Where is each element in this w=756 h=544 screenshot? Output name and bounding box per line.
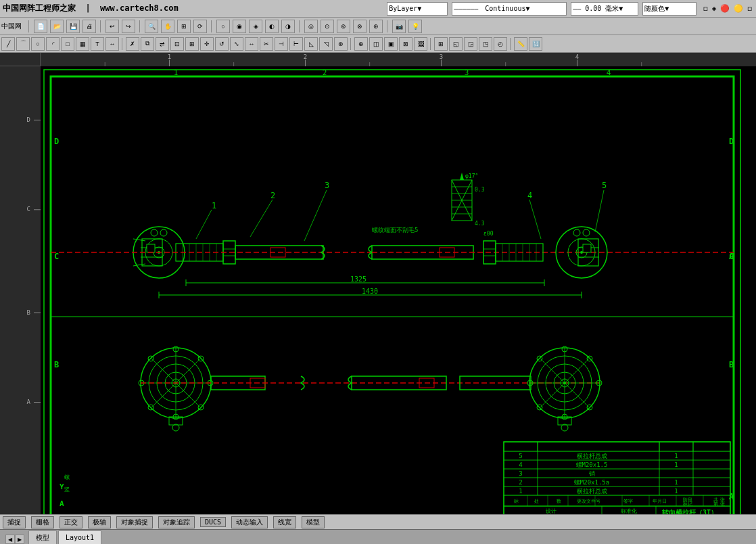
explode-btn[interactable]: ⊛ [334,37,348,51]
sheetset-btn[interactable]: ◴ [494,37,507,51]
hatch-btn[interactable]: ▦ [76,37,89,51]
stretch-btn[interactable]: ↔ [245,37,258,51]
logo-text: 中国网 [1,22,22,31]
new-btn[interactable]: 📄 [34,20,47,33]
svg-text:3: 3 [519,470,522,477]
svg-rect-14 [0,66,41,514]
model-indicator[interactable]: 模型 [302,516,325,528]
mirror-btn[interactable]: ⇌ [156,37,169,51]
layer-mgr-btn[interactable]: ◱ [449,37,463,51]
shademode-btn[interactable]: ◈ [249,20,262,33]
tab-model[interactable]: 模型 [28,530,57,544]
scene-btn[interactable]: ⊛ [369,20,383,33]
regen-btn[interactable]: ⟳ [193,20,207,33]
circle-btn[interactable]: ○ [31,37,45,51]
icon-4[interactable]: 🟡 [732,4,745,13]
zoom-btn[interactable]: 🔍 [145,20,158,33]
line-btn[interactable]: ╱ [1,37,15,51]
extend-btn[interactable]: ⊣ [275,37,288,51]
icon-1[interactable]: ◻ [702,4,709,13]
ortho-indicator[interactable]: 正交 [60,516,82,528]
lw-indicator[interactable]: 线宽 [273,516,296,528]
app-title: 中国网阵工程师之家 | www.cartech8.com [3,3,179,14]
linetype-dropdown[interactable]: —————— Continuous ▼ [452,2,567,16]
svg-rect-170 [659,442,693,451]
trim-btn[interactable]: ✂ [260,37,273,51]
scale-btn[interactable]: ⤡ [230,37,243,51]
osnap-indicator[interactable]: 对象捕捉 [116,516,153,528]
array-btn[interactable]: ⊞ [185,37,199,51]
svg-text:C: C [54,252,59,261]
hide-btn[interactable]: ◐ [265,20,279,33]
svg-text:C: C [27,206,30,212]
arc-btn[interactable]: ◜ [46,37,60,51]
svg-text:螺M20x1.5a: 螺M20x1.5a [574,479,609,486]
copy-btn[interactable]: ⧉ [141,37,154,51]
view-btn[interactable]: ◉ [233,20,246,33]
svg-text:螺M20x1.5: 螺M20x1.5 [576,461,608,468]
drawing-area[interactable]: 1 2 3 4 D C [0,53,756,514]
render-btn[interactable]: ◑ [281,20,295,33]
erase-btn[interactable]: ✗ [126,37,139,51]
xref-btn[interactable]: ⊠ [399,37,412,51]
svg-text:2: 2 [270,191,275,200]
icon-2[interactable]: ◈ [711,4,718,13]
print-btn[interactable]: 🖨 [82,20,96,33]
grid-indicator[interactable]: 栅格 [31,516,54,528]
camera-btn[interactable]: 📷 [392,20,406,33]
svg-text:转向横拉杆（3T）: 转向横拉杆（3T） [661,509,717,514]
rect-btn[interactable]: □ [61,37,74,51]
lights-btn[interactable]: ◎ [304,20,318,33]
adcenter-btn[interactable]: ◲ [464,37,477,51]
break-btn[interactable]: ⊢ [289,37,303,51]
dyn-indicator[interactable]: 动态输入 [231,516,268,528]
toolpalette-btn[interactable]: ◳ [479,37,492,51]
measure-btn[interactable]: 📏 [514,37,527,51]
light2-btn[interactable]: 💡 [408,20,422,33]
svg-rect-168 [504,442,538,451]
rotate-btn[interactable]: ↺ [215,37,229,51]
material-btn[interactable]: ⊙ [321,20,334,33]
properties-btn[interactable]: ⊞ [434,37,448,51]
extent-btn[interactable]: ⊞ [177,20,191,33]
save-btn[interactable]: 💾 [66,20,80,33]
svg-rect-188 [659,469,693,478]
layer-dropdown[interactable]: ByLayer ▼ [387,2,448,16]
svg-rect-23 [44,70,740,514]
sep6 [387,20,388,32]
calculator-btn[interactable]: 🔢 [529,37,542,51]
icon-5[interactable]: ◻ [746,4,753,13]
otrack-indicator[interactable]: 对象追踪 [158,516,195,528]
snap-indicator[interactable]: 捕捉 [3,516,26,528]
svg-text:签字: 签字 [623,499,633,504]
chamfer-btn[interactable]: ◺ [304,37,318,51]
text-btn[interactable]: T [91,37,104,51]
redo-btn[interactable]: ↪ [122,20,135,33]
color-dropdown[interactable]: 随颜色 ▼ [642,2,696,16]
fog-btn[interactable]: ⊚ [337,20,350,33]
lineweight-dropdown[interactable]: —— 0.00 毫米 ▼ [571,2,638,16]
background-btn[interactable]: ⊗ [353,20,367,33]
svg-text:竖: 竖 [64,486,70,493]
tab-next-btn[interactable]: ▶ [15,535,24,544]
dim-btn[interactable]: ↔ [105,37,119,51]
svg-text:更改文件号: 更改文件号 [577,499,600,504]
tab-prev-btn[interactable]: ◀ [5,535,15,544]
icon-3[interactable]: 🔴 [719,4,731,13]
ducs-indicator[interactable]: DUCS [200,517,226,527]
polyline-btn[interactable]: ⌒ [16,37,30,51]
orbit-btn[interactable]: ○ [216,20,230,33]
open-btn[interactable]: 📂 [50,20,64,33]
offset-btn[interactable]: ⊡ [170,37,184,51]
tab-layout1[interactable]: Layout1 [58,530,101,544]
move-btn[interactable]: ✛ [200,37,214,51]
block-btn[interactable]: ◫ [369,37,383,51]
insert-btn[interactable]: ⊕ [354,37,368,51]
fillet-btn[interactable]: ◹ [319,37,333,51]
pan-btn[interactable]: ✋ [161,20,174,33]
undo-btn[interactable]: ↩ [105,20,119,33]
polar-indicator[interactable]: 极轴 [88,516,111,528]
svg-text:标准化: 标准化 [620,508,637,514]
image-btn[interactable]: 🖼 [414,37,427,51]
attrib-btn[interactable]: ▣ [384,37,398,51]
